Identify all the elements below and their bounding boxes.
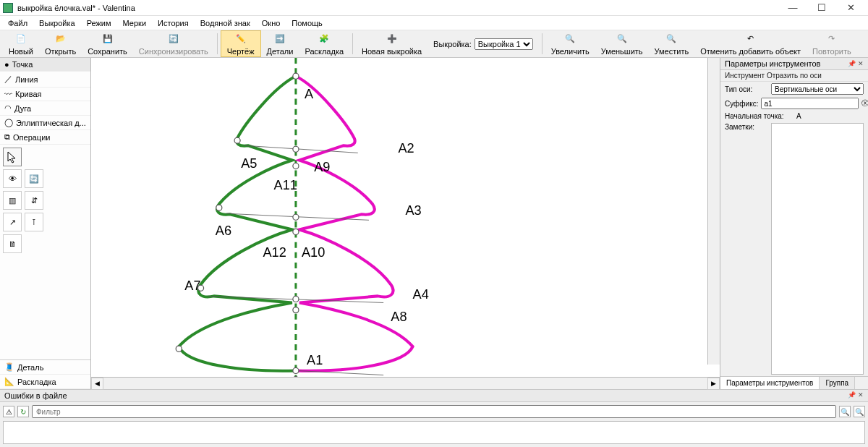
tool-mirror-axis[interactable]: ⇵ [25, 191, 43, 210]
window-title: выкройка ёлочка.val* - Valentina [17, 4, 778, 12]
menu-history[interactable]: История [153, 17, 194, 29]
scroll-left-button[interactable]: ◀ [91, 378, 103, 390]
rp-startpt-row: Начальная точка: A [720, 111, 868, 122]
minimize-button[interactable]: — [778, 0, 807, 16]
tool-truedarts[interactable]: ⊺ [25, 213, 43, 231]
app-icon [3, 3, 13, 13]
scroll-right-button[interactable]: ▶ [707, 378, 720, 390]
menu-pattern[interactable]: Выкройка [34, 17, 80, 29]
label-A2: A2 [398, 141, 414, 156]
cat-line[interactable]: ／Линия [0, 72, 90, 88]
cat-detail[interactable]: 🧵Деталь [0, 360, 90, 375]
bd-filter: ⚠ ↻ 🔍 🔍 [0, 402, 868, 421]
startpt-label: Начальная точка: [725, 112, 793, 120]
svg-point-16 [216, 205, 222, 210]
tab-group[interactable]: Группа [820, 377, 855, 389]
sync-label: Синхронизировать [139, 47, 208, 56]
svg-point-11 [293, 296, 299, 302]
arc-icon: ◠ [4, 103, 12, 113]
tool-rotate[interactable]: 🔄 [25, 169, 43, 188]
zoom-in-icon: 🔍 [563, 33, 576, 46]
pattern-selector: Выкройка: Выкройка 1 [427, 30, 539, 57]
cat-point[interactable]: ●Точка [0, 58, 90, 72]
bd-list[interactable] [3, 421, 865, 444]
menu-mode[interactable]: Режим [82, 17, 116, 29]
filter-input[interactable] [32, 405, 836, 418]
tool-eye[interactable]: 👁 [3, 169, 22, 188]
details-label: Детали [267, 47, 294, 56]
filter-icon-2[interactable]: ↻ [17, 406, 29, 417]
zoom-out-button[interactable]: 🔍 Уменьшить [595, 30, 649, 57]
zoom-in-button[interactable]: 🔍 Увеличить [545, 30, 595, 57]
zoom-fit-button[interactable]: 🔍 Уместить [649, 30, 695, 57]
left-panel: ●Точка ／Линия 〰Кривая ◠Дуга ◯Эллиптическ… [0, 58, 91, 389]
bd-title: Ошибки в файле 📌 ✕ [0, 390, 868, 402]
label-A3: A3 [405, 203, 421, 218]
tool-mirror-h[interactable]: ▥ [3, 191, 22, 210]
svg-line-4 [296, 370, 383, 375]
menubar: Файл Выкройка Режим Мерки История Водяно… [0, 16, 868, 30]
svg-point-15 [234, 137, 240, 143]
vertical-scrollbar[interactable] [707, 58, 720, 365]
horizontal-scrollbar[interactable]: ◀ ▶ [91, 377, 720, 389]
pin-icon[interactable]: 📌 ✕ [848, 60, 864, 67]
menu-window[interactable]: Окно [257, 17, 286, 29]
menu-measurements[interactable]: Мерки [118, 17, 151, 29]
bd-pin-icon[interactable]: 📌 ✕ [848, 391, 864, 400]
new-pattern-label: Новая выкройка [362, 47, 422, 56]
redo-button: ↷ Повторить [807, 30, 857, 57]
tool-move[interactable]: ↗ [3, 213, 22, 231]
pointer-icon [6, 150, 19, 163]
zoom-out-label: Уменьшить [601, 47, 643, 56]
cat-curve[interactable]: 〰Кривая [0, 88, 90, 101]
drawing-mode-button[interactable]: ✏️ Чертёж [221, 30, 261, 57]
open-icon: 📂 [54, 33, 67, 46]
canvas-wrap: A A2 A3 A4 A8 A9 A10 A11 A12 A5 A6 A7 A1… [91, 58, 720, 389]
layout-mode-button[interactable]: 🧩 Раскладка [299, 30, 349, 57]
pattern-select[interactable]: Выкройка 1 [475, 38, 533, 50]
canvas[interactable]: A A2 A3 A4 A8 A9 A10 A11 A12 A5 A6 A7 A1 [91, 58, 720, 377]
label-A5: A5 [241, 156, 257, 171]
new-label: Новый [9, 47, 33, 56]
menu-help[interactable]: Помощь [286, 17, 328, 29]
tab-params[interactable]: Параметры инструментов [720, 377, 820, 389]
open-button[interactable]: 📂 Открыть [39, 30, 82, 57]
titlebar: выкройка ёлочка.val* - Valentina — ☐ ✕ [0, 0, 868, 16]
undo-icon: ↶ [744, 33, 757, 46]
cat-ellipse[interactable]: ◯Эллиптическая д... [0, 116, 90, 130]
suffix-input[interactable] [761, 98, 859, 109]
menu-watermark[interactable]: Водяной знак [195, 17, 255, 29]
search-icon[interactable]: 🔍 [839, 406, 851, 417]
save-button[interactable]: 💾 Сохранить [82, 30, 133, 57]
menu-file[interactable]: Файл [3, 17, 33, 29]
cat-arc[interactable]: ◠Дуга [0, 101, 90, 116]
notes-label: Заметки: [725, 123, 768, 375]
rp-tabs: Параметры инструментов Группа [720, 376, 868, 389]
filter-icon-1[interactable]: ⚠ [3, 406, 14, 417]
clear-icon[interactable]: ⓧ [861, 98, 868, 108]
maximize-button[interactable]: ☐ [807, 0, 836, 16]
details-mode-button[interactable]: ➡️ Детали [261, 30, 299, 57]
new-pattern-button[interactable]: ➕ Новая выкройка [356, 30, 427, 57]
line-icon: ／ [4, 74, 12, 85]
axis-select[interactable]: Вертикальные оси [771, 83, 864, 95]
svg-point-8 [293, 163, 299, 169]
separator [352, 33, 353, 54]
open-label: Открыть [45, 47, 76, 56]
undo-button[interactable]: ↶ Отменить добавить объект [694, 30, 807, 57]
svg-point-7 [293, 146, 299, 152]
close-button[interactable]: ✕ [836, 0, 865, 16]
tool-pointer[interactable] [3, 148, 22, 166]
detail-icon: 🧵 [4, 362, 14, 372]
new-button[interactable]: 📄 Новый [3, 30, 39, 57]
notes-textarea[interactable] [771, 123, 864, 375]
label-A4: A4 [413, 287, 429, 302]
cat-layout[interactable]: 📐Раскладка [0, 375, 90, 389]
tool-export[interactable]: 🗎 [3, 234, 22, 253]
startpt-value: A [796, 112, 801, 120]
point-icon: ● [4, 60, 9, 69]
axis-label: Тип оси: [725, 85, 768, 93]
cat-ops[interactable]: ⧉Операции [0, 130, 90, 145]
search-options-icon[interactable]: 🔍 [854, 406, 865, 417]
rp-axis-row: Тип оси: Вертикальные оси [720, 82, 868, 96]
